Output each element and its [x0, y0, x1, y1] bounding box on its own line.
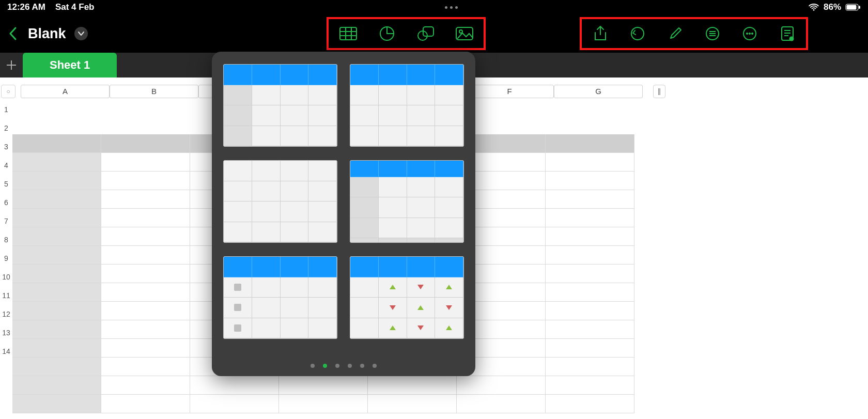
row-header[interactable]: 2: [0, 119, 12, 137]
column-header[interactable]: F: [465, 85, 554, 98]
battery-pct: 86%: [824, 2, 841, 12]
page-dot[interactable]: [360, 364, 364, 368]
row-header[interactable]: 3: [0, 137, 12, 156]
page-dot[interactable]: [373, 364, 377, 368]
row-header[interactable]: 10: [0, 268, 12, 286]
status-time: 12:26 AM: [7, 2, 45, 12]
svg-point-13: [459, 30, 462, 33]
status-date: Sat 4 Feb: [55, 2, 95, 12]
svg-point-27: [789, 37, 794, 41]
page-dot[interactable]: [348, 364, 352, 368]
columns-handle[interactable]: ǁ: [653, 85, 665, 98]
wifi-icon: [808, 3, 819, 11]
chart-icon[interactable]: [376, 22, 398, 45]
row-header[interactable]: 6: [0, 193, 12, 212]
table-template-2[interactable]: [350, 64, 464, 147]
column-header[interactable]: G: [554, 85, 643, 98]
svg-point-0: [813, 9, 815, 11]
row-header[interactable]: 13: [0, 323, 12, 342]
row-headers: 1234567891011121314: [0, 100, 12, 361]
svg-rect-3: [859, 6, 860, 9]
row-header[interactable]: 11: [0, 286, 12, 305]
page-dot[interactable]: [311, 364, 315, 368]
document-title[interactable]: Blank: [28, 26, 66, 42]
table-template-3[interactable]: [223, 160, 337, 243]
more-icon[interactable]: [738, 22, 761, 45]
add-sheet-button[interactable]: [0, 53, 23, 77]
row-header[interactable]: 7: [0, 212, 12, 230]
row-header[interactable]: 4: [0, 156, 12, 175]
table-select-corner[interactable]: ○: [1, 85, 16, 98]
multitasking-dots[interactable]: [95, 6, 808, 9]
svg-point-21: [749, 33, 751, 34]
row-header[interactable]: 9: [0, 249, 12, 268]
row-header[interactable]: 14: [0, 342, 12, 361]
row-header[interactable]: 1: [0, 100, 12, 119]
table-template-1[interactable]: [223, 64, 337, 147]
share-icon[interactable]: [589, 22, 612, 45]
reorder-icon[interactable]: [701, 22, 724, 45]
row-header[interactable]: 5: [0, 175, 12, 193]
table-template-4[interactable]: [350, 160, 464, 243]
popover-page-dots[interactable]: [212, 364, 475, 368]
paintbrush-icon[interactable]: [664, 22, 687, 45]
svg-point-22: [752, 33, 753, 34]
svg-rect-2: [847, 5, 857, 10]
svg-point-20: [747, 33, 748, 34]
status-time-date: 12:26 AM Sat 4 Feb: [7, 2, 95, 12]
row-header[interactable]: 8: [0, 230, 12, 249]
actions-toolbar-group: [580, 17, 808, 50]
shape-icon[interactable]: [414, 22, 437, 45]
table-icon[interactable]: [337, 22, 360, 45]
row-header[interactable]: 12: [0, 305, 12, 323]
insert-toolbar-group: [327, 17, 486, 50]
insert-table-popover[interactable]: [212, 52, 475, 376]
status-bar: 12:26 AM Sat 4 Feb 86%: [0, 0, 868, 14]
back-button[interactable]: [5, 25, 22, 42]
page-dot[interactable]: [335, 364, 339, 368]
svg-rect-4: [340, 27, 357, 40]
media-icon[interactable]: [453, 22, 476, 45]
table-template-6[interactable]: [350, 256, 464, 339]
column-header[interactable]: A: [21, 85, 110, 98]
document-menu-button[interactable]: [74, 27, 88, 40]
inspector-icon[interactable]: [776, 22, 799, 45]
column-header[interactable]: B: [110, 85, 198, 98]
table-template-5[interactable]: [223, 256, 337, 339]
undo-icon[interactable]: [626, 22, 649, 45]
sheet-tab-active[interactable]: Sheet 1: [23, 53, 117, 77]
battery-icon: [845, 4, 861, 11]
page-dot[interactable]: [323, 364, 327, 368]
